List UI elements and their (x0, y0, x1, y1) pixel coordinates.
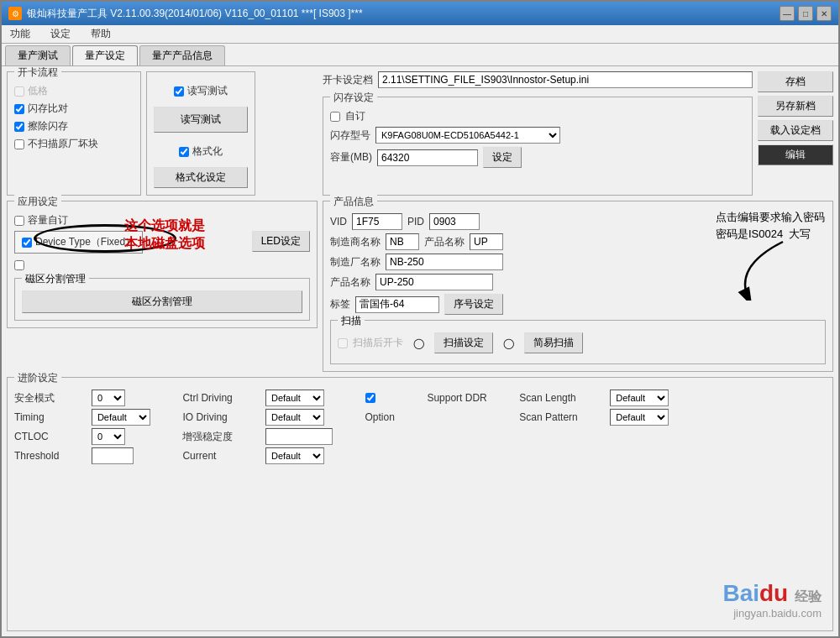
partition-button[interactable]: 磁区分割管理 (22, 290, 302, 313)
enhance-stability-input[interactable] (265, 428, 333, 445)
product-info-title: 产品信息 (330, 195, 377, 209)
close-button[interactable]: ✕ (816, 6, 832, 21)
vid-label: VID (330, 216, 347, 227)
title-bar-left: ⚙ 银灿科技量产工具 V2.11.00.39(2014/01/06) V116_… (8, 7, 363, 21)
flash-model-select[interactable]: K9FAG08U0M-ECD5106A5442-1 (375, 127, 560, 144)
format-checkbox[interactable] (179, 147, 189, 157)
setting-file-input[interactable] (378, 71, 753, 88)
flash-compare-label: 闪存比对 (28, 102, 68, 116)
flash-set-button[interactable]: 设定 (483, 147, 522, 168)
erase-flash-checkbox[interactable] (14, 122, 24, 132)
scan-radio2-spacer: ◯ (503, 337, 514, 349)
advanced-settings-group: 进阶设定 安全模式 0 Ctrl Driving Default Support… (7, 377, 833, 631)
timing-select[interactable]: Default (92, 409, 150, 426)
factory-label: 制造厂名称 (330, 255, 381, 269)
flash-model-label: 闪存型号 (330, 128, 370, 143)
led-settings-button[interactable]: LED设定 (252, 231, 310, 252)
capacity-custom-checkbox[interactable] (14, 216, 24, 226)
format-settings-button[interactable]: 格式化设定 (154, 167, 248, 188)
security-mode-select[interactable]: 0 (92, 390, 125, 406)
flash-custom-checkbox[interactable] (330, 112, 340, 122)
minimize-button[interactable]: — (780, 6, 795, 21)
rw-test-checkbox[interactable] (174, 86, 184, 97)
flash-compare-checkbox[interactable] (14, 104, 24, 114)
center-right-area: 开卡设定档 闪存设定 自订 闪存型号 K9FAG08U0 (323, 71, 753, 196)
tab-mass-product-info[interactable]: 量产产品信息 (139, 45, 225, 65)
scan-after-open-checkbox[interactable] (338, 338, 348, 348)
product-full-name-row: 产品名称 (330, 274, 826, 290)
maximize-button[interactable]: □ (798, 6, 813, 21)
scan-settings-button[interactable]: 扫描设定 (434, 332, 493, 353)
low-format-checkbox[interactable] (14, 86, 24, 97)
open-card-flow-title: 开卡流程 (14, 65, 61, 80)
security-mode-label: 安全模式 (14, 391, 87, 405)
scan-radio-spacer: ◯ (413, 337, 424, 349)
flash-custom-row: 自订 (330, 109, 745, 123)
scan-pattern-select[interactable]: Default (610, 409, 669, 426)
product-name-input[interactable] (470, 233, 503, 250)
simple-scan-button[interactable]: 简易扫描 (524, 332, 583, 353)
product-full-name-input[interactable] (375, 274, 493, 290)
scan-pattern-label: Scan Pattern (519, 411, 605, 423)
rw-test-button[interactable]: 读写测试 (154, 107, 248, 133)
tab-mass-settings[interactable]: 量产设定 (72, 45, 138, 66)
vid-input[interactable] (352, 213, 402, 230)
menu-item-settings[interactable]: 设定 (45, 25, 76, 43)
product-info-wrapper: 产品信息 VID PID 制造商名称 产品名称 (323, 201, 833, 372)
threshold-label: Threshold (14, 450, 87, 462)
low-format-label: 低格 (28, 84, 48, 98)
partition-group: 磁区分割管理 磁区分割管理 (14, 278, 310, 321)
timing-label: Timing (14, 411, 87, 423)
io-driving-select[interactable]: Default (265, 409, 324, 426)
device-type-label: Device Type（Fixed） (35, 235, 135, 249)
serial-settings-button[interactable]: 序号设定 (444, 294, 503, 315)
main-content: 开卡流程 低格 闪存比对 擦除闪存 不扫描原厂 (2, 65, 838, 636)
current-select[interactable]: Default (265, 447, 324, 464)
title-bar: ⚙ 银灿科技量产工具 V2.11.00.39(2014/01/06) V116_… (2, 2, 838, 25)
label-input[interactable] (355, 296, 439, 313)
load-settings-button[interactable]: 载入设定档 (758, 120, 833, 141)
manufacturer-label: 制造商名称 (330, 235, 381, 249)
ctrl-driving-select[interactable]: Default (265, 390, 324, 406)
menu-item-function[interactable]: 功能 (5, 25, 35, 43)
option-label: Option (365, 411, 423, 423)
factory-input[interactable] (386, 254, 503, 270)
low-format-row: 低格 (14, 84, 134, 98)
extra-checkbox-row (14, 260, 247, 273)
extra-checkbox[interactable] (14, 260, 24, 270)
flash-capacity-row: 容量(MB) 设定 (330, 147, 745, 168)
scan-length-select[interactable]: Default (610, 390, 669, 406)
scan-length-label: Scan Length (519, 392, 605, 404)
device-type-section: Device Type（Fixed） (14, 231, 247, 273)
enhance-stability-label: 增强稳定度 (182, 430, 260, 444)
format-checkbox-row: 格式化 (179, 144, 223, 159)
no-scan-bad-checkbox[interactable] (14, 139, 24, 149)
menu-item-help[interactable]: 帮助 (86, 25, 116, 43)
capacity-custom-row: 容量自订 (14, 213, 310, 227)
app-settings-group: 应用设定 容量自订 Device Type（Fixed） (7, 201, 318, 328)
flash-capacity-input[interactable] (377, 149, 478, 166)
ctloc-select[interactable]: 0 (92, 428, 125, 445)
title-controls: — □ ✕ (780, 6, 832, 21)
save-button[interactable]: 存档 (758, 71, 833, 92)
capacity-custom-label: 容量自订 (28, 213, 68, 227)
support-ddr-checkbox[interactable] (365, 393, 375, 403)
label-row: 标签 序号设定 (330, 294, 826, 315)
ctrl-driving-label: Ctrl Driving (182, 392, 260, 404)
save-as-button[interactable]: 另存新档 (758, 96, 833, 117)
advanced-settings-title: 进阶设定 (14, 371, 61, 385)
edit-button[interactable]: 编辑 (758, 144, 833, 165)
pid-input[interactable] (429, 213, 480, 230)
read-write-test-group: 读写测试 读写测试 格式化 格式化设定 (146, 71, 255, 196)
manufacturer-input[interactable] (386, 233, 419, 250)
device-type-checkbox[interactable] (22, 238, 32, 248)
scan-row: 扫描后开卡 ◯ 扫描设定 ◯ 简易扫描 (338, 332, 818, 353)
product-full-name-label: 产品名称 (330, 275, 370, 290)
io-driving-label: IO Driving (182, 411, 260, 423)
top-row: 开卡流程 低格 闪存比对 擦除闪存 不扫描原厂 (7, 71, 833, 196)
tab-mass-test[interactable]: 量产测试 (5, 45, 71, 65)
threshold-input[interactable] (92, 447, 134, 464)
adv-settings-grid: 安全模式 0 Ctrl Driving Default Support DDR … (14, 390, 826, 464)
rw-test-label: 读写测试 (187, 84, 228, 98)
app-settings-wrapper: 应用设定 容量自订 Device Type（Fixed） (7, 201, 318, 372)
